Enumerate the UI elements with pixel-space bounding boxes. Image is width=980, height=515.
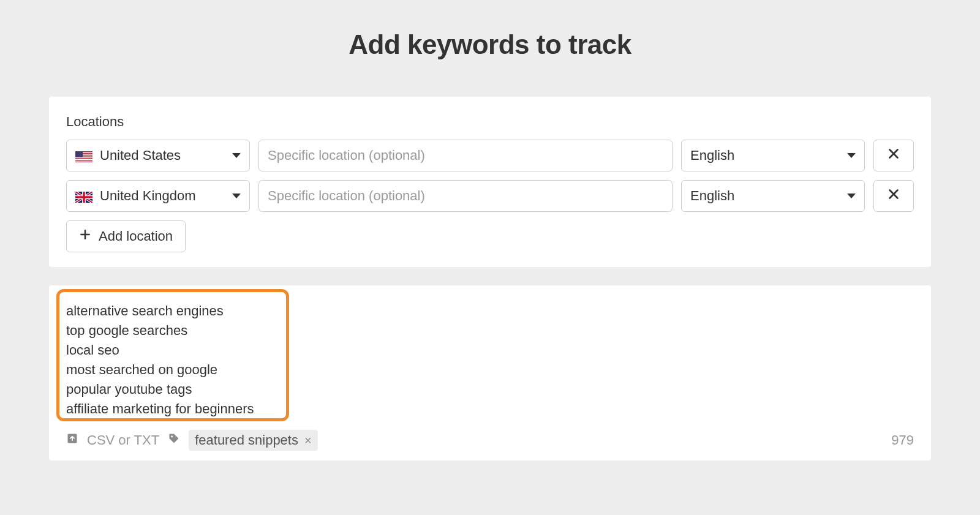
- page-title: Add keywords to track: [0, 29, 980, 60]
- add-location-label: Add location: [99, 228, 173, 244]
- svg-rect-4: [75, 157, 92, 158]
- close-icon: [887, 187, 900, 205]
- chevron-down-icon: [232, 194, 241, 198]
- plus-icon: [79, 228, 91, 244]
- tag-label: featured snippets: [195, 432, 298, 448]
- specific-location-input[interactable]: Specific location (optional): [258, 140, 673, 171]
- svg-rect-7: [75, 151, 83, 157]
- remove-location-button[interactable]: [873, 140, 914, 171]
- placeholder-text: Specific location (optional): [268, 148, 425, 164]
- language-select[interactable]: English: [681, 180, 865, 212]
- language-select[interactable]: English: [681, 140, 865, 171]
- tag-chip: featured snippets ×: [189, 430, 317, 451]
- keywords-textarea[interactable]: alternative search engines top google se…: [49, 285, 931, 425]
- location-row: United States Specific location (optiona…: [66, 140, 914, 171]
- country-select[interactable]: United Kingdom: [66, 180, 250, 212]
- chevron-down-icon: [847, 153, 856, 158]
- keywords-footer: CSV or TXT featured snippets × 979: [49, 425, 931, 460]
- remove-location-button[interactable]: [873, 180, 914, 212]
- close-icon: [887, 147, 900, 164]
- chevron-down-icon: [232, 153, 241, 158]
- location-row: United Kingdom Specific location (option…: [66, 180, 914, 212]
- remove-tag-button[interactable]: ×: [304, 434, 312, 448]
- country-name: United Kingdom: [100, 188, 196, 204]
- placeholder-text: Specific location (optional): [268, 188, 425, 204]
- upload-icon[interactable]: [66, 432, 78, 448]
- svg-rect-12: [75, 196, 92, 198]
- keywords-card: alternative search engines top google se…: [49, 285, 931, 460]
- svg-rect-6: [75, 160, 92, 161]
- locations-label: Locations: [66, 114, 914, 130]
- locations-card: Locations United States Specif: [49, 97, 931, 267]
- language-name: English: [690, 148, 734, 164]
- flag-uk-icon: [75, 190, 92, 201]
- svg-point-14: [171, 435, 173, 437]
- country-select[interactable]: United States: [66, 140, 250, 171]
- chevron-down-icon: [847, 194, 856, 198]
- add-location-button[interactable]: Add location: [66, 220, 186, 252]
- keywords-remaining-counter: 979: [891, 432, 914, 448]
- upload-hint[interactable]: CSV or TXT: [87, 432, 159, 448]
- flag-us-icon: [75, 150, 92, 161]
- svg-rect-5: [75, 159, 92, 160]
- language-name: English: [690, 188, 734, 204]
- tag-icon[interactable]: [168, 432, 180, 448]
- country-name: United States: [100, 148, 181, 164]
- specific-location-input[interactable]: Specific location (optional): [258, 180, 673, 212]
